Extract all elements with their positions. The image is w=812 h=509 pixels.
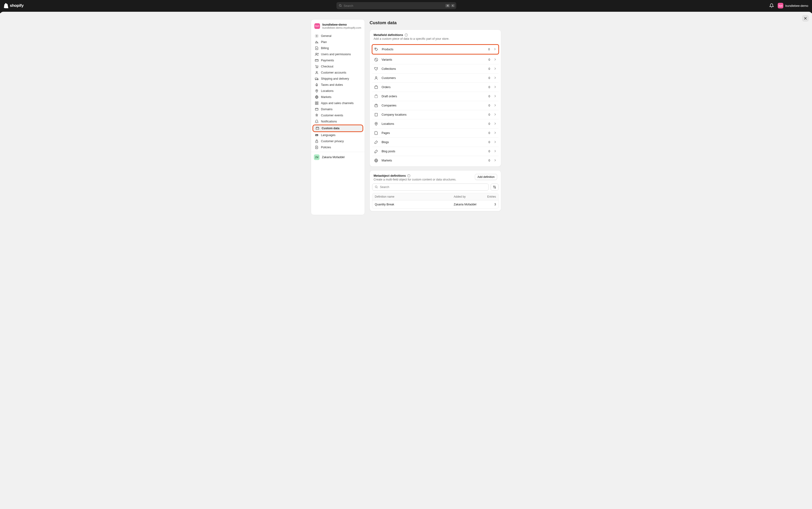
chevron-right-icon — [493, 104, 497, 108]
sidebar-item-payments[interactable]: Payments — [313, 57, 363, 63]
metafield-row-pages[interactable]: Pages 0 — [372, 128, 499, 137]
row-icon — [374, 76, 378, 80]
sidebar-item-label: Shipping and delivery — [321, 77, 349, 80]
sort-icon — [493, 185, 496, 189]
bell-icon[interactable] — [769, 3, 774, 8]
sidebar-item-checkout[interactable]: Checkout — [313, 63, 363, 70]
close-button[interactable] — [802, 15, 809, 22]
metafield-row-blog-posts[interactable]: Blog posts 0 — [372, 147, 499, 156]
svg-point-8 — [316, 67, 316, 68]
svg-line-33 — [375, 59, 377, 61]
metaobject-row[interactable]: Quantity Break Zakaria Mofaddel 3 — [373, 200, 498, 208]
general-icon — [315, 34, 319, 38]
row-count: 0 — [489, 86, 490, 89]
metafield-row-markets[interactable]: Markets 0 — [372, 156, 499, 165]
shopify-logo[interactable]: shopify — [4, 3, 24, 8]
sidebar-item-policies[interactable]: Policies — [313, 144, 363, 150]
row-count: 0 — [489, 122, 490, 126]
info-icon[interactable] — [407, 174, 411, 177]
svg-rect-25 — [316, 141, 318, 143]
svg-rect-17 — [315, 102, 316, 103]
row-count: 0 — [489, 113, 490, 116]
svg-point-47 — [409, 175, 409, 175]
metaobject-search[interactable] — [372, 183, 489, 191]
metafield-row-products[interactable]: Products 0 — [372, 44, 499, 55]
row-label: Orders — [382, 86, 485, 89]
sidebar-item-custom-data[interactable]: Custom data — [313, 125, 363, 132]
user-name: Zakaria Mofaddel — [322, 156, 345, 159]
row-icon — [374, 67, 378, 71]
sidebar-user[interactable]: ZM Zakaria Mofaddel — [311, 152, 365, 162]
row-count: 0 — [489, 159, 490, 162]
sidebar-item-label: Billing — [321, 46, 329, 50]
sidebar-item-notifications[interactable]: Notifications — [313, 118, 363, 125]
col-added-by: Added by — [454, 195, 482, 198]
page-title: Custom data — [369, 20, 501, 25]
sidebar-item-domains[interactable]: Domains — [313, 106, 363, 112]
customer-privacy-icon — [315, 139, 319, 143]
sidebar-item-plan[interactable]: Plan — [313, 39, 363, 45]
sidebar-item-label: Plan — [321, 40, 327, 44]
metafield-row-customers[interactable]: Customers 0 — [372, 73, 499, 82]
metafield-row-orders[interactable]: Orders 0 — [372, 82, 499, 92]
row-count: 0 — [489, 131, 490, 135]
sidebar-item-apps[interactable]: Apps and sales channels — [313, 100, 363, 106]
chevron-right-icon — [493, 58, 497, 62]
sidebar-item-customer-events[interactable]: Customer events — [313, 112, 363, 118]
metafield-row-companies[interactable]: Companies 0 — [372, 101, 499, 110]
sidebar-item-users[interactable]: Users and permissions — [313, 51, 363, 57]
customer-events-icon — [315, 113, 319, 117]
sidebar-item-locations[interactable]: Locations — [313, 88, 363, 94]
sort-button[interactable] — [491, 183, 499, 191]
sidebar-item-label: Customer events — [321, 114, 343, 117]
chevron-right-icon — [493, 122, 497, 126]
sidebar-item-customer-accounts[interactable]: Customer accounts — [313, 70, 363, 76]
add-definition-button[interactable]: Add definition — [475, 174, 497, 180]
row-count: 0 — [489, 150, 490, 153]
sidebar-item-label: Customer accounts — [321, 71, 346, 74]
col-name: Definition name — [375, 195, 454, 198]
row-label: Customers — [382, 76, 485, 80]
info-icon[interactable] — [404, 33, 408, 37]
metaobject-search-input[interactable] — [380, 185, 486, 189]
shortcut-key: K — [451, 4, 455, 7]
sidebar-store-header[interactable]: bun bundlebee-demo bundlebee-demo.myshop… — [311, 20, 365, 32]
sidebar-item-taxes[interactable]: Taxes and duties — [313, 82, 363, 88]
row-icon — [374, 158, 378, 163]
search-input[interactable] — [344, 4, 445, 7]
chevron-right-icon — [493, 67, 497, 71]
metafield-row-variants[interactable]: Variants 0 — [372, 55, 499, 64]
metafield-title: Metafield definitions — [374, 33, 497, 37]
metafield-desc: Add a custom piece of data to a specific… — [374, 37, 497, 40]
sidebar-item-customer-privacy[interactable]: Customer privacy — [313, 138, 363, 144]
sidebar-item-label: Users and permissions — [321, 53, 351, 56]
global-search[interactable]: ⌘ K — [337, 2, 456, 9]
metafield-row-collections[interactable]: Collections 0 — [372, 64, 499, 73]
policies-icon — [315, 145, 319, 149]
customer-accounts-icon — [315, 71, 319, 74]
notifications-icon — [315, 120, 319, 123]
row-count: 0 — [489, 58, 490, 61]
row-icon — [374, 85, 378, 89]
metaobject-title: Metaobject definitions — [374, 174, 456, 177]
row-icon — [374, 112, 378, 117]
sidebar-item-languages[interactable]: AあLanguages — [313, 132, 363, 138]
users-icon — [315, 53, 319, 56]
sidebar-item-billing[interactable]: Billing — [313, 45, 363, 51]
sidebar-item-markets[interactable]: Markets — [313, 94, 363, 100]
sidebar-item-shipping[interactable]: Shipping and delivery — [313, 76, 363, 82]
sidebar-item-label: Payments — [321, 59, 334, 62]
main-content: Custom data Metafield definitions Add a … — [369, 19, 501, 215]
svg-rect-35 — [375, 86, 378, 89]
search-icon — [339, 4, 342, 7]
svg-point-10 — [316, 71, 317, 73]
user-avatar: ZM — [314, 155, 320, 160]
metafield-row-locations[interactable]: Locations 0 — [372, 119, 499, 128]
metafield-row-company-locations[interactable]: Company locations 0 — [372, 110, 499, 119]
close-icon — [804, 16, 807, 20]
chevron-right-icon — [493, 113, 497, 117]
metafield-row-draft-orders[interactable]: Draft orders 0 — [372, 92, 499, 101]
store-switcher[interactable]: bun bundlebee-demo — [778, 3, 808, 8]
sidebar-item-general[interactable]: General — [313, 33, 363, 39]
metafield-row-blogs[interactable]: Blogs 0 — [372, 137, 499, 147]
